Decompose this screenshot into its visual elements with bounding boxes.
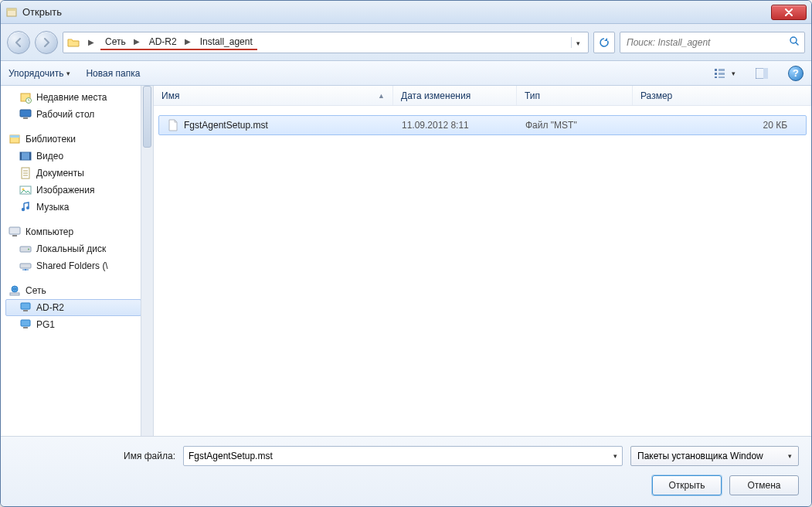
tree-item[interactable]: AD-R2 xyxy=(5,299,141,316)
help-button[interactable]: ? xyxy=(788,66,804,81)
svg-point-30 xyxy=(25,269,26,271)
svg-rect-25 xyxy=(9,227,20,234)
tree-item-label: Локальный диск xyxy=(36,243,106,254)
svg-rect-6 xyxy=(719,69,725,71)
tree-item[interactable]: Документы xyxy=(5,165,141,182)
scrollbar-thumb[interactable] xyxy=(143,86,151,148)
breadcrumb-network[interactable]: Сеть▶ xyxy=(100,35,144,49)
column-size[interactable]: Размер xyxy=(633,86,811,105)
file-row[interactable]: FgstAgentSetup.mst11.09.2012 8:11Файл "M… xyxy=(158,115,807,135)
svg-rect-18 xyxy=(20,152,22,160)
open-dialog-window: Открыть ▶ Сеть▶ AD-R2▶ Install_agent ▾ xyxy=(0,0,812,507)
sort-indicator-icon: ▲ xyxy=(378,92,385,100)
tree-group-label: Компьютер xyxy=(25,226,73,237)
search-box[interactable] xyxy=(620,32,805,53)
svg-point-24 xyxy=(26,206,29,209)
window-title: Открыть xyxy=(22,6,62,18)
svg-rect-8 xyxy=(719,77,725,78)
desktop-icon xyxy=(19,108,32,121)
dialog-body: Недавние местаРабочий столБиблиотекиВиде… xyxy=(1,86,811,436)
cancel-button[interactable]: Отмена xyxy=(729,475,799,495)
network-icon xyxy=(8,284,21,297)
column-headers: Имя▲ Дата изменения Тип Размер xyxy=(154,86,811,106)
close-button[interactable] xyxy=(771,5,807,20)
svg-rect-5 xyxy=(715,77,717,78)
pc-icon xyxy=(19,318,32,331)
file-type-filter[interactable]: Пакеты установщика Window ▾ xyxy=(630,446,799,466)
chevron-right-icon: ▶ xyxy=(185,37,191,46)
breadcrumb-host[interactable]: AD-R2▶ xyxy=(144,35,195,49)
svg-rect-26 xyxy=(12,235,17,236)
video-icon xyxy=(19,150,32,162)
file-icon xyxy=(167,119,179,131)
svg-rect-32 xyxy=(10,293,19,295)
svg-rect-13 xyxy=(20,110,31,117)
search-icon xyxy=(789,36,800,49)
tree-group-computer[interactable]: Компьютер xyxy=(5,223,141,240)
svg-rect-35 xyxy=(21,320,30,326)
filter-label: Пакеты установщика Window xyxy=(637,451,763,461)
tree-item-label: Документы xyxy=(36,168,84,179)
filename-value: FgstAgentSetup.mst xyxy=(189,451,273,461)
forward-button[interactable] xyxy=(35,31,58,54)
svg-point-23 xyxy=(22,208,25,211)
chevron-down-icon: ▾ xyxy=(788,452,792,460)
search-input[interactable] xyxy=(625,36,789,49)
recent-icon xyxy=(19,91,32,104)
computer-icon xyxy=(8,226,21,238)
address-history-dropdown[interactable]: ▾ xyxy=(571,37,585,48)
folder-icon xyxy=(66,36,80,49)
column-date[interactable]: Дата изменения xyxy=(393,86,517,105)
chevron-right-icon: ▶ xyxy=(88,38,94,46)
tree-item[interactable]: Недавние места xyxy=(5,89,141,106)
tree-item[interactable]: Видео xyxy=(5,148,141,165)
column-name[interactable]: Имя▲ xyxy=(154,86,393,105)
image-icon xyxy=(19,184,32,196)
filename-combobox[interactable]: FgstAgentSetup.mst ▾ xyxy=(183,446,623,466)
new-folder-button[interactable]: Новая папка xyxy=(86,68,140,79)
chevron-down-icon: ▾ xyxy=(576,39,580,47)
address-bar[interactable]: ▶ Сеть▶ AD-R2▶ Install_agent ▾ xyxy=(63,32,589,53)
navigation-bar: ▶ Сеть▶ AD-R2▶ Install_agent ▾ xyxy=(1,24,811,61)
filename-label: Имя файла: xyxy=(13,451,175,461)
tree-item-label: Изображения xyxy=(36,185,94,196)
tree-item[interactable]: PG1 xyxy=(5,316,141,333)
svg-rect-10 xyxy=(763,68,768,79)
tree-group-label: Библиотеки xyxy=(25,134,76,145)
chevron-down-icon: ▾ xyxy=(613,452,617,460)
svg-rect-34 xyxy=(23,310,28,311)
view-options-button[interactable]: ▾ xyxy=(714,65,736,82)
tree-item[interactable]: Рабочий стол xyxy=(5,106,141,123)
svg-rect-33 xyxy=(21,303,30,309)
organize-menu[interactable]: Упорядочить▾ xyxy=(8,68,70,79)
svg-rect-4 xyxy=(715,73,717,75)
breadcrumb-underlined: Сеть▶ AD-R2▶ Install_agent xyxy=(100,35,257,50)
netdrive-icon xyxy=(19,260,32,272)
tree-item-label: Музыка xyxy=(36,202,69,213)
open-button[interactable]: Открыть xyxy=(652,475,722,495)
file-list[interactable]: FgstAgentSetup.mst11.09.2012 8:11Файл "M… xyxy=(154,106,811,436)
breadcrumb-sep-0[interactable]: ▶ xyxy=(83,36,99,48)
back-button[interactable] xyxy=(7,31,30,54)
tree-item[interactable]: Музыка xyxy=(5,199,141,216)
refresh-button[interactable] xyxy=(593,32,615,53)
tree-group-libraries[interactable]: Библиотеки xyxy=(5,131,141,148)
column-type[interactable]: Тип xyxy=(517,86,633,105)
svg-rect-19 xyxy=(29,152,31,160)
tree-group-network[interactable]: Сеть xyxy=(5,282,141,299)
chevron-down-icon: ▾ xyxy=(732,70,736,77)
preview-pane-button[interactable] xyxy=(751,65,773,82)
sidebar-scrollbar[interactable] xyxy=(141,86,153,436)
command-toolbar: Упорядочить▾ Новая папка ▾ ? xyxy=(1,61,811,86)
tree-item[interactable]: Локальный диск xyxy=(5,240,141,257)
pc-icon xyxy=(19,301,32,314)
breadcrumb-folder[interactable]: Install_agent xyxy=(195,35,257,49)
svg-rect-3 xyxy=(715,69,717,71)
tree-item[interactable]: Shared Folders (\ xyxy=(5,257,141,274)
file-date: 11.09.2012 8:11 xyxy=(394,120,518,131)
tree-item[interactable]: Изображения xyxy=(5,182,141,199)
file-type: Файл "MST" xyxy=(518,120,634,131)
libraries-icon xyxy=(8,133,21,145)
window-app-icon xyxy=(5,6,18,19)
svg-rect-29 xyxy=(20,264,31,268)
